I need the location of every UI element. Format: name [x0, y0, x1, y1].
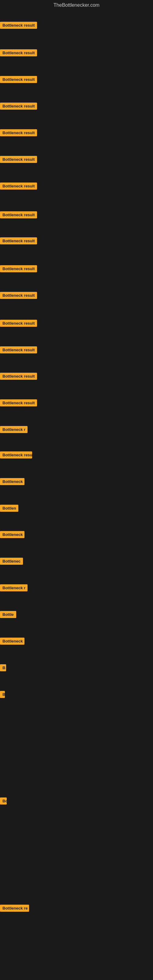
list-item: Bottleneck result	[0, 22, 37, 30]
list-item: Bottleneck re	[0, 905, 29, 913]
bottleneck-result-badge: Bottlenec	[0, 558, 23, 565]
list-item: Bottleneck result	[0, 399, 37, 407]
list-item: Bottleneck	[0, 638, 24, 646]
list-item: Bottleneck result	[0, 103, 37, 111]
list-item: Bottleneck result	[0, 346, 37, 355]
list-item: Bottlen	[0, 505, 18, 513]
bottleneck-result-badge: B	[0, 664, 6, 671]
list-item: Bottleneck result	[0, 320, 37, 328]
bottleneck-result-badge: Bottleneck	[0, 638, 24, 645]
list-item: Bottleneck result	[0, 211, 37, 220]
list-item: Bottleneck r	[0, 584, 27, 593]
bottleneck-result-badge: Bottleneck result	[0, 265, 37, 272]
list-item: Bottleneck result	[0, 237, 37, 246]
site-title: TheBottlenecker.com	[0, 0, 153, 10]
bottleneck-result-badge: Bottleneck re	[0, 905, 29, 912]
bottleneck-result-badge: Bottleneck result	[0, 103, 37, 110]
bottleneck-result-badge: Bo	[0, 797, 7, 805]
bottleneck-result-badge: Bottleneck result	[0, 183, 37, 189]
bottleneck-result-badge: Bottleneck result	[0, 320, 37, 327]
list-item: Bottleneck result	[0, 183, 37, 191]
bottleneck-result-badge: Bottleneck result	[0, 373, 37, 380]
bottleneck-result-badge: Bottleneck result	[0, 76, 37, 83]
list-item: Bottleneck resu	[0, 452, 32, 460]
bottleneck-result-badge: Bottleneck	[0, 531, 24, 538]
list-item: Bottleneck result	[0, 49, 37, 57]
bottleneck-result-badge: Bottleneck result	[0, 399, 37, 406]
list-item: Bottleneck r	[0, 426, 27, 434]
list-item: Bottleneck result	[0, 265, 37, 274]
bottleneck-result-badge: Bottleneck result	[0, 49, 37, 56]
list-item: Bottle	[0, 611, 16, 619]
bottleneck-result-badge: Bottleneck result	[0, 156, 37, 163]
list-item: Bo	[0, 797, 7, 806]
bottleneck-result-badge: Bottleneck r	[0, 584, 27, 591]
list-item: Bottleneck result	[0, 156, 37, 164]
list-item: Bottlenec	[0, 558, 23, 566]
list-item: Bottleneck result	[0, 373, 37, 381]
bottleneck-result-badge: Bottleneck result	[0, 129, 37, 136]
bottleneck-result-badge: Bottlen	[0, 505, 18, 512]
list-item: Bottleneck result	[0, 76, 37, 84]
bottleneck-result-badge: Bottleneck result	[0, 211, 37, 218]
bottleneck-result-badge: Bottleneck r	[0, 426, 27, 433]
list-item: Bottleneck result	[0, 129, 37, 137]
bottleneck-result-badge: B	[0, 691, 5, 698]
bottleneck-result-badge: Bottleneck	[0, 478, 24, 485]
bottleneck-result-badge: Bottleneck result	[0, 22, 37, 29]
bottleneck-result-badge: Bottle	[0, 611, 16, 618]
bottleneck-result-badge: Bottleneck result	[0, 237, 37, 244]
list-item: Bottleneck	[0, 531, 24, 539]
bottleneck-result-badge: Bottleneck result	[0, 292, 37, 299]
bottleneck-result-badge: Bottleneck resu	[0, 452, 32, 458]
list-item: Bottleneck result	[0, 292, 37, 300]
list-item: Bottleneck	[0, 478, 24, 486]
list-item: B	[0, 664, 6, 673]
list-item: B	[0, 691, 5, 699]
bottleneck-result-badge: Bottleneck result	[0, 346, 37, 353]
